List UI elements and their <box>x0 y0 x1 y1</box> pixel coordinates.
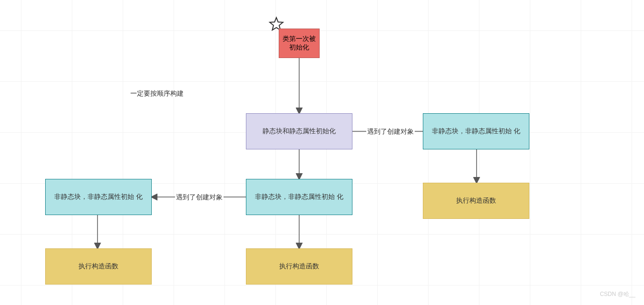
node-nonstatic-mid[interactable]: 非静态块，非静态属性初始 化 <box>246 179 352 215</box>
node-static-init[interactable]: 静态块和静态属性初始化 <box>246 113 352 149</box>
edge-label-top-right: 遇到了创建对象 <box>366 128 415 136</box>
node-nonstatic-right[interactable]: 非静态块，非静态属性初始 化 <box>423 113 529 149</box>
node-nonstatic-left[interactable]: 非静态块，非静态属性初始 化 <box>45 179 152 215</box>
edge-label-mid-left: 遇到了创建对象 <box>175 193 224 202</box>
watermark: CSDN @哈__ <box>600 290 635 298</box>
node-ctor-right[interactable]: 执行构造函数 <box>423 183 529 219</box>
tip-label: 一定要按顺序构建 <box>130 89 184 98</box>
node-start[interactable]: 类第一次被 初始化 <box>279 29 320 58</box>
node-ctor-mid[interactable]: 执行构造函数 <box>246 248 352 285</box>
node-ctor-left[interactable]: 执行构造函数 <box>45 248 152 285</box>
